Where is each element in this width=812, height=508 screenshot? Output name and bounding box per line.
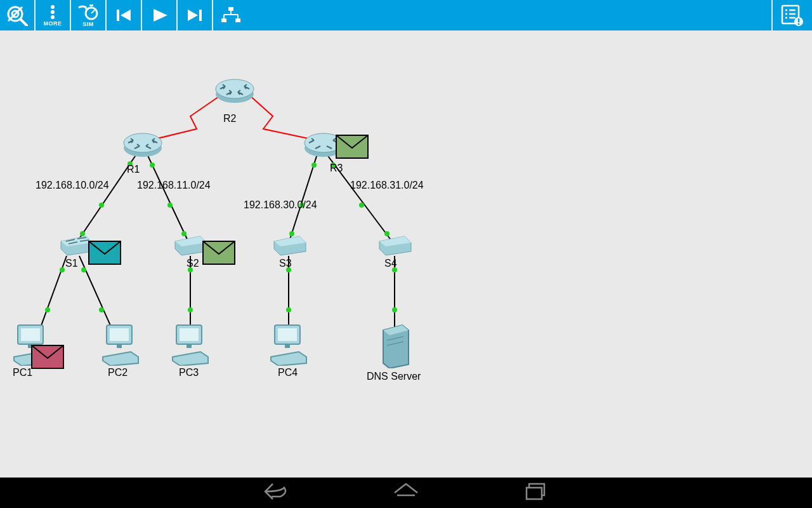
svg-marker-76 (271, 352, 306, 366)
packet-r3[interactable] (335, 134, 369, 159)
back-icon (263, 481, 291, 502)
svg-rect-9 (89, 4, 93, 6)
svg-rect-31 (798, 18, 800, 22)
recent-icon (521, 481, 549, 502)
svg-rect-75 (285, 344, 290, 348)
svg-marker-14 (188, 10, 198, 21)
pc-2[interactable] (100, 323, 141, 366)
label-s2: S2 (187, 258, 199, 269)
svg-marker-68 (103, 352, 138, 366)
recent-apps-button[interactable] (521, 481, 549, 504)
label-pc4: PC4 (278, 367, 298, 378)
magnifier-icon (6, 4, 29, 26)
android-navbar (0, 478, 812, 508)
svg-line-8 (91, 10, 95, 13)
svg-marker-13 (154, 9, 167, 22)
svg-marker-72 (173, 352, 208, 366)
topology-canvas[interactable]: R2 R1 R3 S1 S2 S3 S4 PC1 PC2 PC3 PC4 DNS… (0, 30, 812, 478)
svg-rect-17 (221, 18, 226, 22)
step-forward-button[interactable] (178, 0, 213, 30)
event-list-button[interactable] (771, 0, 812, 30)
more-label: MORE (44, 20, 62, 27)
subnet-1: 192.168.10.0/24 (36, 180, 109, 191)
subnet-4: 192.168.31.0/24 (350, 180, 424, 191)
label-dns: DNS Server (367, 371, 421, 382)
packet-s1[interactable] (88, 240, 122, 265)
svg-rect-32 (798, 23, 800, 25)
subnet-3: 192.168.30.0/24 (244, 199, 317, 211)
home-button[interactable] (392, 481, 420, 504)
step-back-icon (113, 7, 134, 23)
svg-line-35 (147, 154, 189, 243)
sim-button[interactable]: SIM (71, 0, 107, 30)
label-r1: R1 (127, 164, 140, 175)
stopwatch-icon (77, 4, 99, 20)
sim-label: SIM (82, 21, 94, 27)
svg-rect-67 (117, 344, 122, 348)
router-r2[interactable] (213, 75, 257, 107)
svg-rect-74 (278, 328, 297, 341)
subnet-2: 192.168.11.0/24 (137, 180, 211, 191)
step-forward-icon (184, 7, 206, 23)
svg-rect-70 (180, 328, 199, 341)
label-r2: R2 (223, 113, 236, 124)
switch-s3[interactable] (270, 234, 308, 257)
more-button[interactable]: MORE (36, 0, 71, 30)
svg-line-2 (20, 19, 27, 25)
label-s3: S3 (279, 258, 292, 269)
topology-icon (219, 6, 242, 25)
more-dots-icon (47, 4, 58, 20)
pc-4[interactable] (268, 323, 309, 366)
svg-line-36 (289, 154, 317, 243)
packet-s2[interactable] (202, 240, 236, 265)
svg-rect-71 (187, 344, 192, 348)
svg-marker-12 (121, 10, 131, 21)
event-list-icon (780, 4, 805, 27)
svg-rect-18 (235, 18, 240, 22)
svg-rect-11 (117, 10, 119, 21)
topology-button[interactable] (213, 0, 249, 30)
label-pc2: PC2 (108, 367, 128, 378)
label-s1: S1 (65, 258, 78, 269)
packet-pc1[interactable] (30, 344, 65, 370)
pc-3[interactable] (170, 323, 211, 366)
back-button[interactable] (263, 481, 291, 504)
switch-s4[interactable] (376, 234, 414, 257)
svg-point-5 (51, 10, 55, 14)
svg-rect-15 (199, 10, 202, 21)
label-r3: R3 (330, 163, 343, 174)
dns-server[interactable] (379, 323, 412, 368)
step-back-button[interactable] (107, 0, 142, 30)
toolbar: MORE SIM (0, 0, 812, 30)
zoom-button[interactable] (0, 0, 36, 30)
svg-rect-16 (228, 7, 233, 11)
svg-rect-62 (21, 328, 40, 341)
play-button[interactable] (142, 0, 178, 30)
label-s4: S4 (384, 258, 397, 269)
svg-point-4 (51, 5, 55, 9)
label-pc3: PC3 (179, 367, 199, 378)
router-r1[interactable] (121, 129, 165, 161)
svg-point-6 (51, 15, 55, 19)
svg-rect-66 (110, 328, 129, 341)
play-icon (148, 7, 170, 23)
home-icon (392, 481, 420, 502)
svg-rect-86 (527, 488, 542, 499)
label-pc1: PC1 (13, 367, 32, 378)
